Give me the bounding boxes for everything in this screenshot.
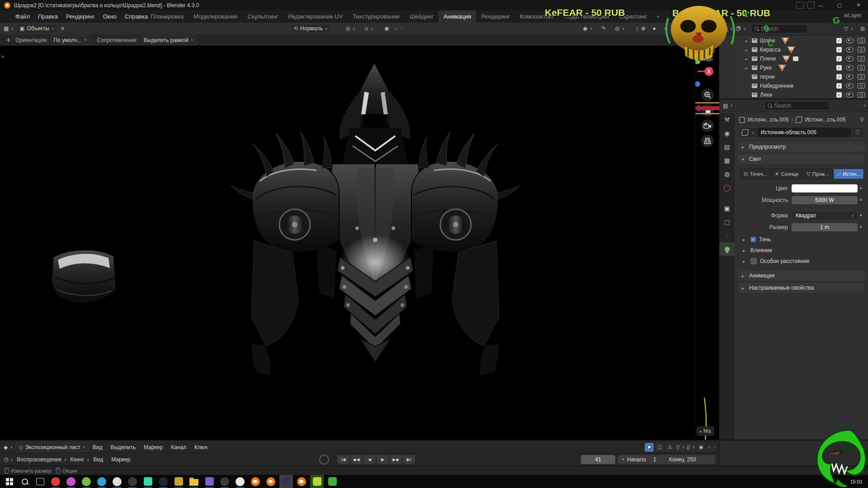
shadow-checkbox[interactable]: [750, 237, 756, 242]
dope-menu-channel[interactable]: Канал: [167, 441, 190, 453]
pin-icon[interactable]: ⚲: [860, 117, 864, 123]
timeline-menu-view[interactable]: Вид: [90, 454, 108, 465]
move-tool-icon[interactable]: ✛: [6, 38, 11, 43]
close-button[interactable]: ✕: [849, 0, 868, 10]
windows-start-icon[interactable]: [5, 477, 14, 487]
auto-keying-record-icon[interactable]: [319, 455, 329, 465]
blender-icon-3[interactable]: [297, 477, 307, 487]
fake-user-shield-icon[interactable]: ⛉: [852, 127, 864, 138]
size-field[interactable]: 1 m: [792, 223, 858, 231]
workspace-tab-7[interactable]: Анимация: [439, 10, 476, 23]
only-selected-icon[interactable]: ➤: [645, 443, 654, 452]
playback-button-4[interactable]: ▶: [377, 455, 389, 464]
animate-dot[interactable]: •: [858, 224, 864, 230]
filter-funnel-icon[interactable]: ▽: [844, 26, 853, 32]
proportional-key-icon[interactable]: ◉: [697, 443, 706, 452]
camera-icon[interactable]: [858, 92, 865, 98]
panel-preview[interactable]: ▸Предпросмотр::::: [738, 142, 865, 152]
overlays-toggle-icon[interactable]: ◎: [615, 26, 624, 31]
errors-icon[interactable]: ⚠: [665, 443, 675, 452]
telegram-icon[interactable]: [97, 477, 107, 487]
render-tab[interactable]: ◉: [719, 127, 735, 140]
menu-render[interactable]: Рендеринг: [62, 11, 99, 23]
light-type-spot[interactable]: ▽Прож...: [802, 169, 833, 179]
menu-window[interactable]: Окно: [99, 11, 121, 23]
drag-dropdown[interactable]: Выделить рамкой: [141, 35, 197, 45]
new-collection-icon[interactable]: ⊞: [860, 26, 865, 32]
eye-icon[interactable]: [846, 56, 854, 61]
checkbox-icon[interactable]: [836, 83, 842, 89]
light-data-tab[interactable]: [719, 242, 735, 256]
custom-distance-checkbox[interactable]: [750, 258, 757, 264]
workspace-tab-5[interactable]: Текстурирование: [348, 10, 405, 23]
workspace-tab-4[interactable]: Редактирование UV: [283, 10, 348, 23]
dopesheet-mode-dropdown[interactable]: ◇Экспозиционный лист: [15, 442, 89, 452]
blender-icon[interactable]: [250, 477, 260, 487]
dope-menu-marker[interactable]: Маркер: [140, 441, 167, 453]
task-view-icon[interactable]: [35, 477, 45, 487]
panel-light[interactable]: ▾Свет::::: [738, 154, 865, 164]
outliner-item-7[interactable]: Ляхи: [719, 90, 868, 99]
camera-icon[interactable]: [858, 38, 865, 43]
camera-icon[interactable]: [858, 83, 865, 89]
eye-icon[interactable]: [846, 38, 854, 43]
eye-icon[interactable]: [846, 47, 854, 52]
media-app-icon[interactable]: [204, 477, 214, 487]
object-tab[interactable]: ▣: [719, 202, 735, 215]
panel-shadow[interactable]: ▸ Тень: [743, 236, 868, 243]
secondary-viewport-strip[interactable]: ✛ Ориент Пользо (41) До X ‹: [695, 23, 719, 440]
gizmo-toggle-icon[interactable]: ↷: [601, 26, 606, 31]
spiral-app-icon[interactable]: [327, 477, 337, 487]
panel-custom-distance[interactable]: ▸ Особое расстояние: [743, 258, 868, 264]
timeline-editor-icon[interactable]: ◷: [4, 457, 13, 462]
hamburger-menu-icon[interactable]: ≡: [61, 25, 64, 32]
visibility-dropdown-icon[interactable]: ◉: [583, 26, 592, 31]
file-explorer-icon[interactable]: [189, 477, 199, 487]
maximize-button[interactable]: ▢: [830, 0, 849, 10]
properties-search-input[interactable]: Search: [764, 101, 830, 110]
power-field[interactable]: 5000 W: [792, 196, 858, 204]
playback-button-2[interactable]: ◆◀: [350, 455, 363, 464]
workspace-tab-3[interactable]: Скульптинг: [242, 10, 283, 23]
game-app-icon[interactable]: [112, 477, 122, 487]
menu-edit[interactable]: Правка: [34, 11, 62, 23]
snap-keyframe-icon[interactable]: Ƨ: [686, 443, 695, 452]
outliner-item-6[interactable]: Набедренник: [719, 81, 868, 90]
view-layer-tab[interactable]: ▦: [719, 154, 735, 167]
panel-animation[interactable]: ▸Анимация: [738, 271, 865, 281]
keying-menu[interactable]: Кеинг: [70, 456, 89, 463]
steam-icon[interactable]: [158, 477, 168, 487]
game-launcher-icon[interactable]: [174, 477, 184, 487]
snap-magnet-icon[interactable]: ∪: [364, 26, 373, 31]
timeline-menu-marker[interactable]: Маркер: [107, 454, 134, 465]
playback-button-5[interactable]: ▶◆: [390, 455, 402, 464]
expand-icon[interactable]: ▸: [745, 38, 752, 43]
discord-icon[interactable]: [220, 477, 230, 487]
blender-menu-icon[interactable]: [5, 13, 11, 20]
cursor-app-icon[interactable]: [235, 477, 245, 487]
current-frame-field[interactable]: 41: [581, 455, 615, 464]
animate-dot[interactable]: •: [858, 185, 864, 192]
tool-tab[interactable]: ⚒: [719, 113, 735, 127]
breadcrumb-object[interactable]: Источн...сть.005: [748, 117, 788, 123]
light-type-area[interactable]: ▱Источ...: [833, 169, 864, 179]
dope-menu-key[interactable]: Ключ: [190, 441, 212, 453]
end-field[interactable]: 250: [687, 456, 696, 463]
toolbar-expand-icon[interactable]: »: [1, 53, 4, 60]
player-app-icon[interactable]: [312, 477, 322, 487]
output-tab[interactable]: ▤: [719, 140, 735, 154]
orientation-dropdown[interactable]: По умолч...: [51, 35, 90, 45]
checkbox-icon[interactable]: [836, 38, 842, 43]
light-type-point[interactable]: ⊙Точеч...: [740, 169, 771, 179]
filter-icon[interactable]: ▽: [676, 443, 685, 452]
animate-dot[interactable]: •: [858, 212, 864, 219]
panel-custom-properties[interactable]: ▸Настраиваемые свойства: [738, 283, 865, 293]
photos-app-icon[interactable]: [66, 477, 76, 487]
light-id-icon[interactable]: [739, 127, 757, 138]
orthographic-grid-icon[interactable]: [701, 135, 714, 147]
falloff-icon[interactable]: ∿: [393, 26, 403, 31]
expand-icon[interactable]: ▸: [745, 66, 752, 70]
transform-orientation-dropdown[interactable]: ⟲Нормаль: [290, 24, 331, 33]
checkbox-icon[interactable]: [836, 47, 842, 52]
properties-options-icon[interactable]: [861, 103, 866, 108]
